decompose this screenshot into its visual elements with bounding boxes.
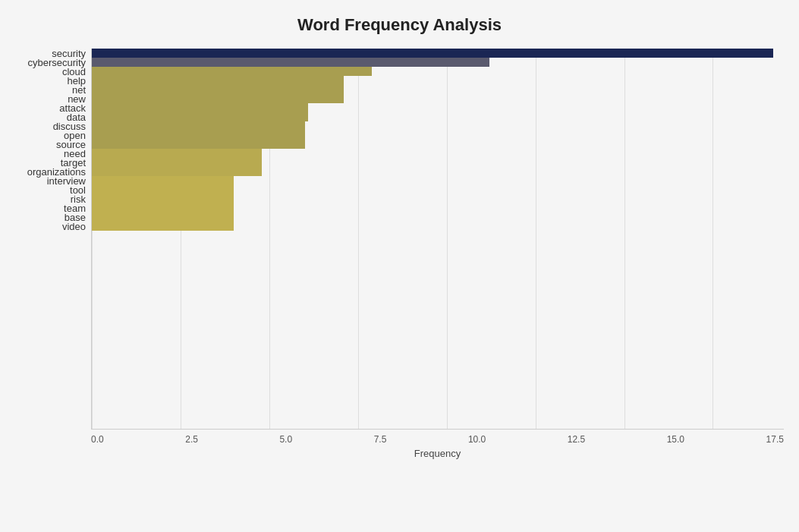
bar [92, 222, 234, 231]
bar [92, 185, 234, 194]
bar [92, 58, 489, 67]
bar [92, 94, 344, 103]
bar-row: video [92, 222, 784, 231]
bar-row: data [92, 112, 784, 121]
bar-row: help [92, 76, 784, 85]
bar-row: cybersecurity [92, 58, 784, 67]
bar-row: source [92, 140, 784, 149]
bar [92, 76, 344, 85]
x-tick-label: 17.5 [766, 434, 784, 445]
bar-row: risk [92, 194, 784, 203]
x-axis-labels: 0.02.55.07.510.012.515.017.5 [91, 434, 784, 445]
bar-row: net [92, 85, 784, 94]
x-tick-label: 2.5 [185, 434, 198, 445]
bar [92, 158, 262, 167]
x-axis-title: Frequency [91, 448, 784, 459]
bar [92, 112, 308, 121]
bar-row: cloud [92, 67, 784, 76]
bar [92, 149, 262, 158]
bar-row: discuss [92, 121, 784, 131]
bar [92, 140, 305, 149]
bar-label: video [0, 221, 86, 232]
bar [92, 49, 773, 58]
bar-row: organizations [92, 167, 784, 176]
x-tick-label: 7.5 [374, 434, 387, 445]
bar [92, 103, 308, 112]
bar-row: open [92, 131, 784, 140]
bar-row: attack [92, 103, 784, 112]
bar [92, 194, 234, 203]
bar-row: base [92, 212, 784, 222]
bar-row: new [92, 94, 784, 103]
bar [92, 176, 234, 185]
bar [92, 212, 234, 222]
x-tick-label: 10.0 [468, 434, 486, 445]
chart-title: Word Frequency Analysis [15, 15, 784, 35]
x-tick-label: 0.0 [91, 434, 104, 445]
bar [92, 167, 262, 176]
chart-container: Word Frequency Analysis securitycybersec… [0, 0, 799, 532]
bar [92, 67, 372, 76]
bar [92, 85, 344, 94]
chart-area: securitycybersecuritycloudhelpnetnewatta… [91, 49, 784, 459]
x-tick-label: 5.0 [279, 434, 292, 445]
bar-row: target [92, 158, 784, 167]
bar [92, 131, 305, 140]
bar-row: team [92, 203, 784, 212]
bars-section: securitycybersecuritycloudhelpnetnewatta… [91, 49, 784, 430]
x-tick-label: 12.5 [568, 434, 585, 445]
bar-row: interview [92, 176, 784, 185]
x-tick-label: 15.0 [667, 434, 684, 445]
bar-row: security [92, 49, 784, 58]
bar-row: tool [92, 185, 784, 194]
bar [92, 203, 234, 212]
bar [92, 121, 305, 131]
bar-row: need [92, 149, 784, 158]
